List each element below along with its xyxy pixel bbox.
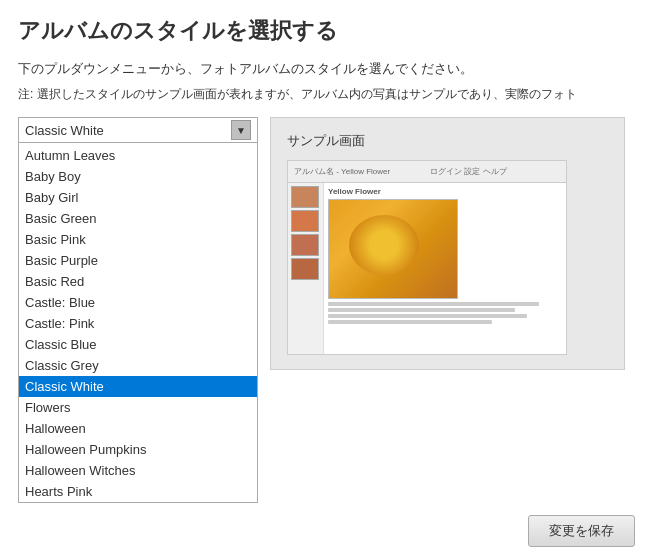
dropdown-item[interactable]: Flowers — [19, 397, 257, 418]
page-container: アルバムのスタイルを選択する 下のプルダウンメニューから、フォトアルバムのスタイ… — [0, 0, 663, 555]
notice-text: 注: 選択したスタイルのサンプル画面が表れますが、アルバム内の写真はサンプルであ… — [18, 86, 638, 103]
preview-text-block — [328, 302, 562, 326]
dropdown-item[interactable]: Autumn Leaves — [19, 145, 257, 166]
preview-main-image — [328, 199, 458, 299]
dropdown-list[interactable]: ArtsyAutumnAutumn HarvestAutumn LeavesBa… — [18, 143, 258, 503]
sample-preview: アルバム名 - Yellow Flower ログイン 設定 ヘルプ — [288, 161, 566, 354]
preview-body: Yellow Flower — [288, 183, 566, 354]
arrow-icon: ▼ — [236, 125, 246, 136]
preview-text-line-1 — [328, 302, 539, 306]
page-title: アルバムのスタイルを選択する — [18, 16, 645, 46]
dropdown-item[interactable]: Basic Red — [19, 271, 257, 292]
thumb-1 — [291, 186, 319, 208]
dropdown-item[interactable]: Classic Grey — [19, 355, 257, 376]
thumb-3 — [291, 234, 319, 256]
dropdown-item[interactable]: Basic Pink — [19, 229, 257, 250]
preview-text-line-4 — [328, 320, 492, 324]
left-panel: Classic White ▼ ArtsyAutumnAutumn Harves… — [18, 117, 258, 503]
preview-header-nav: ログイン 設定 ヘルプ — [430, 166, 506, 177]
dropdown-item[interactable]: Castle: Blue — [19, 292, 257, 313]
preview-text-line-2 — [328, 308, 515, 312]
preview-photo-title: Yellow Flower — [328, 187, 562, 196]
thumb-2 — [291, 210, 319, 232]
save-button[interactable]: 変更を保存 — [528, 515, 635, 547]
dropdown-item[interactable]: Hearts Pink — [19, 481, 257, 502]
dropdown-item[interactable]: Baby Boy — [19, 166, 257, 187]
dropdown-item[interactable]: Classic Blue — [19, 334, 257, 355]
thumb-4 — [291, 258, 319, 280]
dropdown-item[interactable]: Halloween Pumpkins — [19, 439, 257, 460]
dropdown-item[interactable]: Classic White — [19, 376, 257, 397]
sample-label: サンプル画面 — [287, 132, 608, 150]
preview-header: アルバム名 - Yellow Flower ログイン 設定 ヘルプ — [288, 161, 566, 183]
dropdown-item[interactable]: Basic Purple — [19, 250, 257, 271]
dropdown-item[interactable]: Halloween Witches — [19, 460, 257, 481]
preview-header-site: アルバム名 - Yellow Flower — [294, 166, 390, 177]
description-text: 下のプルダウンメニューから、フォトアルバムのスタイルを選んでください。 — [18, 60, 645, 78]
sample-image-container: アルバム名 - Yellow Flower ログイン 設定 ヘルプ — [287, 160, 567, 355]
main-content: Classic White ▼ ArtsyAutumnAutumn Harves… — [18, 117, 645, 503]
bottom-bar: 変更を保存 — [18, 515, 645, 547]
selected-value-label: Classic White — [25, 123, 104, 138]
right-panel: サンプル画面 アルバム名 - Yellow Flower ログイン 設定 ヘルプ — [270, 117, 645, 370]
preview-footer: フッター — [288, 354, 566, 355]
preview-thumbs — [288, 183, 324, 354]
style-select-display[interactable]: Classic White ▼ — [18, 117, 258, 143]
dropdown-item[interactable]: Castle: Pink — [19, 313, 257, 334]
sample-area: サンプル画面 アルバム名 - Yellow Flower ログイン 設定 ヘルプ — [270, 117, 625, 370]
preview-main-area: Yellow Flower — [324, 183, 566, 354]
dropdown-item[interactable]: Halloween — [19, 418, 257, 439]
dropdown-arrow-button[interactable]: ▼ — [231, 120, 251, 140]
dropdown-item[interactable]: Baby Girl — [19, 187, 257, 208]
preview-text-line-3 — [328, 314, 527, 318]
select-wrapper: Classic White ▼ ArtsyAutumnAutumn Harves… — [18, 117, 258, 503]
dropdown-item[interactable]: Basic Green — [19, 208, 257, 229]
